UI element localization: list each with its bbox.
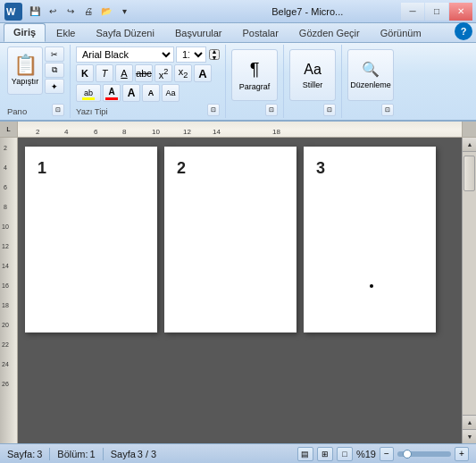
print-btn[interactable]: 🖨 — [80, 4, 96, 20]
paste-button[interactable]: 📋 Yapıştır — [7, 46, 43, 95]
highlight-btn[interactable]: ab — [76, 84, 101, 102]
ruler-v20: 20 — [2, 322, 9, 328]
tab-giris[interactable]: Giriş — [4, 23, 46, 42]
duzenleme-collapse-btn[interactable]: ⊡ — [381, 104, 394, 116]
maximize-btn[interactable]: □ — [425, 3, 448, 21]
cut-button[interactable]: ✂ — [45, 46, 64, 62]
minimize-btn[interactable]: ─ — [401, 3, 424, 21]
scroll-up-arrow[interactable]: ▲ — [463, 138, 476, 152]
ruler-v2: 2 — [4, 145, 7, 151]
font-color-indicator — [105, 97, 118, 100]
font-expand-btn[interactable]: ▲▼ — [209, 49, 220, 60]
paragraf-content: ¶ Paragraf — [231, 46, 278, 104]
tab-ekle[interactable]: Ekle — [46, 24, 85, 42]
stiller-content: Aa Stiller — [289, 46, 336, 104]
window-controls: ─ □ ✕ — [401, 3, 472, 21]
ruler-v8: 8 — [4, 204, 7, 210]
view-web-btn[interactable]: ⊞ — [317, 447, 333, 461]
ruler-n18: 18 — [272, 128, 280, 136]
paragraf-collapse-btn[interactable]: ⊡ — [265, 104, 278, 116]
zoom-out-btn[interactable]: − — [380, 447, 394, 461]
qa-more-btn[interactable]: ▾ — [116, 4, 132, 20]
app-logo: W — [4, 2, 23, 21]
subscript-icon: x2 — [179, 66, 188, 80]
svg-text:W: W — [6, 6, 16, 17]
ruler-n12: 12 — [183, 128, 191, 136]
scroll-track[interactable] — [463, 152, 476, 415]
font-label: Yazı Tipi — [76, 105, 108, 116]
clear-icon: A — [198, 67, 206, 80]
change-case-btn[interactable]: Aa — [162, 84, 180, 102]
italic-button[interactable]: T — [96, 64, 113, 82]
text-cursor — [370, 284, 373, 288]
highlight-icon: ab — [82, 87, 95, 100]
main-area: 2 4 6 8 10 12 14 16 18 20 22 24 26 1 2 3… — [0, 138, 476, 443]
paragraf-icon: ¶ — [250, 59, 260, 80]
clear-format-button[interactable]: A — [194, 64, 212, 82]
font-size-bigger-btn[interactable]: A — [122, 84, 140, 102]
zoom-value: %19 — [356, 449, 376, 459]
font-color-button[interactable]: A — [103, 84, 121, 102]
tab-postalar[interactable]: Postalar — [233, 24, 288, 42]
horizontal-ruler: 2 4 6 8 10 12 14 18 — [18, 122, 462, 138]
redo-btn[interactable]: ↪ — [63, 4, 79, 20]
page-of-label: Sayfa — [111, 449, 136, 459]
duzenleme-content: 🔍 Düzenleme — [347, 46, 394, 104]
format-painter-icon: ✦ — [51, 82, 58, 91]
window-title: Belge7 - Micro... — [214, 6, 402, 17]
paragraf-label: Paragraf — [239, 82, 271, 91]
strikethrough-button[interactable]: abc — [135, 64, 153, 82]
bolum-label: Bölüm: — [57, 449, 88, 459]
ruler-area: L 2 4 6 8 10 12 14 18 — [0, 122, 476, 138]
ribbon-group-duzenleme: 🔍 Düzenleme ⊡ — [344, 45, 399, 118]
close-btn[interactable]: ✕ — [449, 3, 472, 21]
pano-label: Pano — [7, 105, 27, 116]
undo-btn[interactable]: ↩ — [45, 4, 61, 20]
zoom-slider[interactable] — [397, 451, 451, 457]
status-sep1 — [49, 448, 50, 460]
ruler-v26: 26 — [2, 381, 9, 387]
paragraf-button[interactable]: ¶ Paragraf — [231, 49, 278, 101]
open-btn[interactable]: 📂 — [98, 4, 114, 20]
copy-button[interactable]: ⧉ — [45, 63, 64, 78]
stiller-icon: Aa — [304, 62, 322, 78]
tab-gorunum[interactable]: Görünüm — [371, 24, 431, 42]
scroll-down-arrow2[interactable]: ▼ — [463, 429, 476, 443]
view-read-btn[interactable]: □ — [337, 447, 353, 461]
status-sep2 — [103, 448, 104, 460]
font-smaller-icon: A — [148, 88, 154, 97]
page-2: 2 — [164, 147, 296, 333]
zoom-in-btn[interactable]: + — [455, 447, 469, 461]
help-btn[interactable]: ? — [455, 22, 472, 40]
save-quick-btn[interactable]: 💾 — [27, 4, 43, 20]
stiller-collapse-btn[interactable]: ⊡ — [323, 104, 336, 116]
font-name-select[interactable]: Arial Black — [76, 46, 174, 63]
scroll-down-arrow1[interactable]: ▲ — [463, 415, 476, 429]
font-content: Arial Black 11 ▲▼ K T A abc x2 x2 — [76, 46, 220, 104]
font-collapse-btn[interactable]: ⊡ — [207, 104, 220, 116]
underline-button[interactable]: A — [115, 64, 133, 82]
tab-sayfa-duzeni[interactable]: Sayfa Düzeni — [86, 24, 163, 42]
ruler-corner: L — [0, 122, 18, 138]
copy-icon: ⧉ — [52, 65, 57, 75]
tab-gozden-gecir[interactable]: Gözden Geçir — [289, 24, 370, 42]
font-size-select[interactable]: 11 — [176, 46, 206, 63]
subscript-button[interactable]: x2 — [174, 64, 192, 82]
tab-basvurular[interactable]: Başvurular — [165, 24, 232, 42]
font-size-smaller-btn[interactable]: A — [142, 84, 160, 102]
page-of-value: 3 / 3 — [138, 449, 156, 459]
scroll-thumb[interactable] — [463, 156, 475, 191]
ruler-n8: 8 — [122, 128, 126, 136]
stiller-button[interactable]: Aa Stiller — [289, 49, 336, 101]
bold-button[interactable]: K — [76, 64, 94, 82]
view-normal-btn[interactable]: ▤ — [297, 447, 313, 461]
ruler-n14: 14 — [213, 128, 221, 136]
font-color-icon: A — [108, 87, 114, 97]
format-painter-button[interactable]: ✦ — [45, 79, 64, 94]
ribbon-group-stiller: Aa Stiller ⊡ — [286, 45, 342, 118]
superscript-button[interactable]: x2 — [154, 64, 172, 82]
pano-collapse-btn[interactable]: ⊡ — [52, 104, 64, 116]
strikethrough-icon: abc — [136, 68, 152, 79]
ruler-v16: 16 — [2, 282, 9, 289]
duzenleme-button[interactable]: 🔍 Düzenleme — [347, 49, 394, 101]
